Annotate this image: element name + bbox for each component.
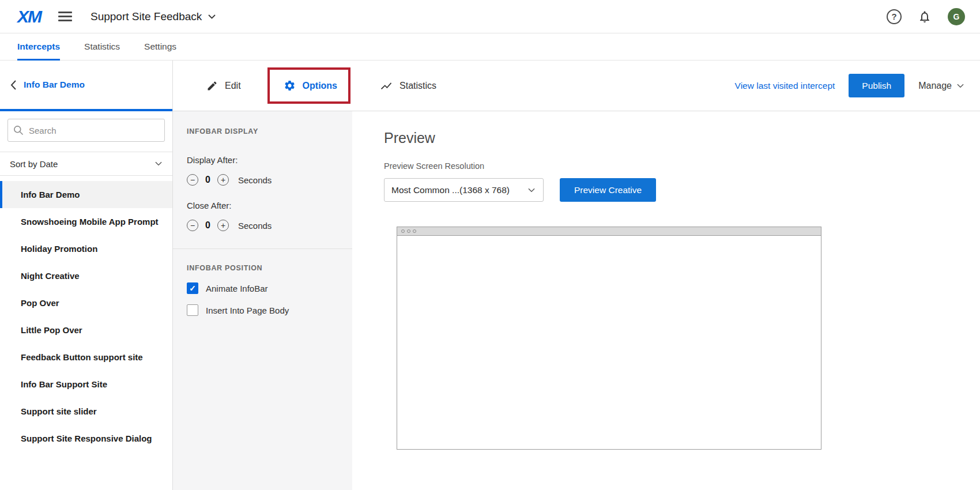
edit-label: Edit xyxy=(225,81,241,91)
preview-creative-button[interactable]: Preview Creative xyxy=(560,178,656,202)
list-item[interactable]: Feedback Button support site xyxy=(0,344,172,371)
manage-dropdown[interactable]: Manage xyxy=(918,81,964,91)
search-icon xyxy=(13,125,24,136)
seconds-label: Seconds xyxy=(238,175,272,185)
insert-into-page-body-option[interactable]: Insert Into Page Body xyxy=(187,304,338,316)
edit-tab[interactable]: Edit xyxy=(206,80,241,92)
xm-logo[interactable]: XM xyxy=(17,7,41,27)
intercept-toolbar: Edit Options Statistics View last visite… xyxy=(173,61,980,111)
tab-settings[interactable]: Settings xyxy=(144,33,176,60)
chevron-down-icon xyxy=(957,84,964,88)
current-intercept-name: Info Bar Demo xyxy=(24,80,85,90)
top-bar: XM Support Site Feedback ? G xyxy=(0,0,980,33)
window-dot-icon xyxy=(413,229,416,233)
list-item[interactable]: Info Bar Demo xyxy=(0,181,172,208)
seconds-label: Seconds xyxy=(238,221,272,231)
project-title: Support Site Feedback xyxy=(91,10,202,23)
statistics-tab[interactable]: Statistics xyxy=(380,80,436,92)
manage-label: Manage xyxy=(918,81,952,91)
options-tab[interactable]: Options xyxy=(284,80,337,92)
close-after-stepper: − 0 + Seconds xyxy=(187,220,338,231)
checkbox-checked[interactable]: ✓ xyxy=(187,282,198,294)
chevron-down-icon xyxy=(528,188,535,193)
browser-preview-frame xyxy=(397,227,821,450)
primary-tabs: Intercepts Statistics Settings xyxy=(0,33,980,61)
sort-label: Sort by Date xyxy=(10,159,58,169)
list-item[interactable]: Info Bar Support Site xyxy=(0,371,172,398)
chevron-down-icon xyxy=(155,161,162,166)
resolution-value: Most Common ...(1368 x 768) xyxy=(391,185,510,195)
options-label: Options xyxy=(303,81,337,91)
list-item[interactable]: Night Creative xyxy=(0,262,172,289)
insert-into-page-body-label: Insert Into Page Body xyxy=(206,306,289,315)
plus-button[interactable]: + xyxy=(217,174,229,186)
resolution-select[interactable]: Most Common ...(1368 x 768) xyxy=(384,178,544,202)
panel-divider xyxy=(173,248,352,249)
sidebar-back-header[interactable]: Info Bar Demo xyxy=(0,61,172,111)
pencil-icon xyxy=(206,80,218,92)
list-item[interactable]: Pop Over xyxy=(0,289,172,316)
minus-button[interactable]: − xyxy=(187,174,198,186)
display-after-label: Display After: xyxy=(187,155,338,165)
animate-infobar-label: Animate InfoBar xyxy=(206,284,268,293)
window-dot-icon xyxy=(401,229,405,233)
minus-button[interactable]: − xyxy=(187,220,198,231)
intercepts-sidebar: Info Bar Demo Sort by Date Info Bar Demo… xyxy=(0,61,173,490)
line-chart-icon xyxy=(380,80,393,92)
help-icon[interactable]: ? xyxy=(887,9,902,24)
close-after-label: Close After: xyxy=(187,201,338,210)
view-last-visited-link[interactable]: View last visited intercept xyxy=(735,81,835,91)
plus-button[interactable]: + xyxy=(217,220,229,231)
tab-statistics[interactable]: Statistics xyxy=(84,33,120,60)
list-item[interactable]: Snowshoeing Mobile App Prompt xyxy=(0,208,172,235)
toolbar-actions: View last visited intercept Publish Mana… xyxy=(735,74,964,97)
preview-area: Preview Preview Screen Resolution Most C… xyxy=(352,111,980,490)
statistics-label: Statistics xyxy=(399,81,436,91)
display-after-value: 0 xyxy=(205,175,211,185)
animate-infobar-option[interactable]: ✓ Animate InfoBar xyxy=(187,282,338,294)
preview-title: Preview xyxy=(384,130,980,146)
list-item[interactable]: Little Pop Over xyxy=(0,316,172,344)
checkbox-unchecked[interactable] xyxy=(187,304,198,316)
hamburger-menu-icon[interactable] xyxy=(58,12,72,21)
resolution-row: Most Common ...(1368 x 768) Preview Crea… xyxy=(384,178,980,202)
resolution-label: Preview Screen Resolution xyxy=(384,161,980,171)
project-switcher[interactable]: Support Site Feedback xyxy=(91,10,216,23)
main-panel: Edit Options Statistics View last visite… xyxy=(173,61,980,490)
publish-button[interactable]: Publish xyxy=(849,74,904,97)
browser-titlebar xyxy=(397,227,821,236)
list-item[interactable]: Holiday Promotion xyxy=(0,235,172,262)
chevron-left-icon xyxy=(10,80,16,90)
notifications-bell-icon[interactable] xyxy=(918,10,932,24)
list-item[interactable]: Support Site Responsive Dialog xyxy=(0,425,172,452)
user-avatar[interactable]: G xyxy=(948,8,965,25)
list-item[interactable]: Support site slider xyxy=(0,398,172,425)
window-dot-icon xyxy=(407,229,410,233)
options-panel: INFOBAR DISPLAY Display After: − 0 + Sec… xyxy=(173,111,352,490)
chevron-down-icon xyxy=(208,14,216,19)
sort-dropdown[interactable]: Sort by Date xyxy=(0,152,172,176)
display-after-stepper: − 0 + Seconds xyxy=(187,174,338,186)
content: Info Bar Demo Sort by Date Info Bar Demo… xyxy=(0,61,980,490)
intercept-list: Info Bar Demo Snowshoeing Mobile App Pro… xyxy=(0,181,172,490)
topbar-actions: ? G xyxy=(887,8,965,25)
search-input[interactable] xyxy=(7,119,165,142)
infobar-position-heading: INFOBAR POSITION xyxy=(187,264,338,272)
main-body: INFOBAR DISPLAY Display After: − 0 + Sec… xyxy=(173,111,980,490)
close-after-value: 0 xyxy=(205,220,211,231)
infobar-display-heading: INFOBAR DISPLAY xyxy=(187,127,338,135)
gear-icon xyxy=(284,80,296,92)
tab-intercepts[interactable]: Intercepts xyxy=(17,33,60,60)
search-box xyxy=(7,119,165,142)
